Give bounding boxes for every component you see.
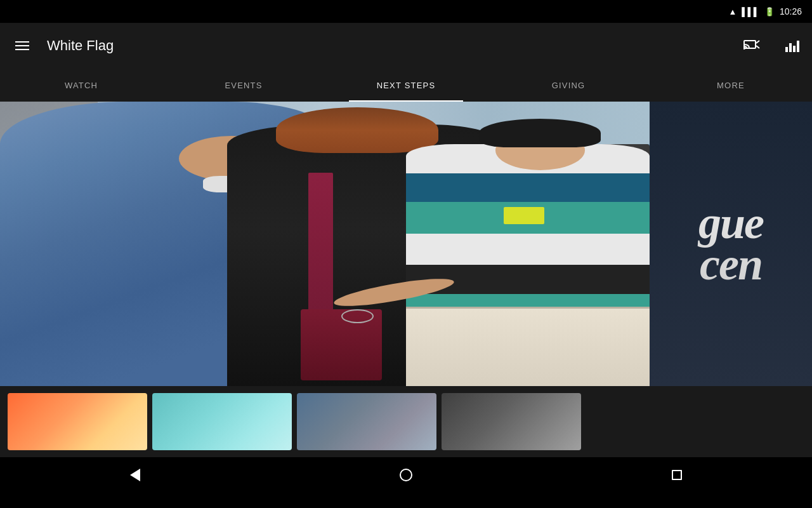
thumbnail-card-3[interactable] bbox=[297, 393, 436, 450]
hamburger-line-1 bbox=[15, 41, 29, 43]
tab-more[interactable]: MORE bbox=[650, 69, 812, 102]
text-banner: guecen bbox=[650, 102, 812, 386]
hamburger-line-3 bbox=[15, 49, 29, 50]
person-2-hair bbox=[276, 107, 438, 153]
cast-button[interactable] bbox=[743, 38, 760, 53]
counter-desk bbox=[406, 307, 650, 386]
back-button[interactable] bbox=[122, 462, 148, 488]
hero-image: ESTION POINT bbox=[0, 102, 812, 386]
thumbnail-card-2[interactable] bbox=[152, 393, 292, 450]
analytics-icon bbox=[785, 39, 799, 52]
signal-icon: ▌▌▌ bbox=[742, 7, 759, 17]
svg-point-1 bbox=[743, 47, 745, 50]
status-bar: ▲ ▌▌▌ 🔋 10:26 bbox=[0, 0, 812, 23]
navigation-tabs: WATCH EVENTS NEXT STEPS GIVING MORE bbox=[0, 69, 812, 102]
app-bar: White Flag bbox=[0, 23, 812, 69]
app-title: White Flag bbox=[47, 37, 728, 54]
hero-scene: ESTION POINT bbox=[0, 102, 812, 386]
svg-line-3 bbox=[756, 46, 759, 48]
cast-icon bbox=[743, 38, 760, 51]
recents-button[interactable] bbox=[664, 462, 690, 488]
svg-line-2 bbox=[756, 41, 759, 43]
back-icon bbox=[130, 469, 140, 481]
tab-next-steps[interactable]: NEXT STEPS bbox=[325, 69, 487, 102]
recents-icon bbox=[672, 470, 682, 480]
thumbnail-card-4[interactable] bbox=[442, 393, 581, 450]
menu-button[interactable] bbox=[13, 39, 32, 53]
name-badge bbox=[504, 207, 544, 224]
home-button[interactable] bbox=[393, 462, 419, 488]
tab-giving[interactable]: GIVING bbox=[487, 69, 650, 102]
tab-events[interactable]: EVENTS bbox=[162, 69, 325, 102]
wifi-icon: ▲ bbox=[728, 7, 737, 17]
person-3-hair bbox=[479, 119, 601, 147]
hamburger-line-2 bbox=[15, 45, 29, 46]
thumbnail-strip bbox=[0, 386, 812, 457]
time-display: 10:26 bbox=[780, 6, 802, 17]
tab-watch[interactable]: WATCH bbox=[0, 69, 162, 102]
battery-icon: 🔋 bbox=[764, 7, 775, 17]
home-icon bbox=[400, 469, 412, 481]
thumbnail-card-1[interactable] bbox=[8, 393, 147, 450]
analytics-button[interactable] bbox=[785, 39, 799, 52]
banner-text: guecen bbox=[692, 196, 769, 291]
android-nav-bar bbox=[0, 457, 812, 493]
